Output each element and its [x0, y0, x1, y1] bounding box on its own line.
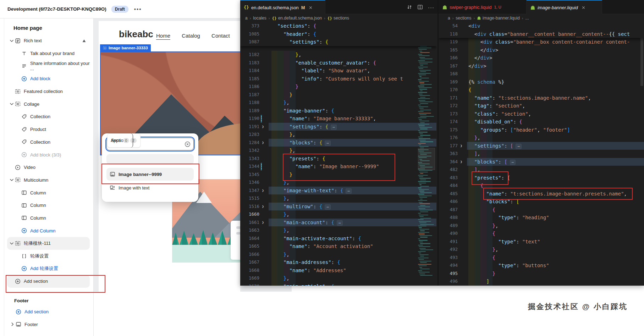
code-line[interactable]: 487 {	[439, 206, 644, 214]
code-line[interactable]: 364❯ "blocks": [⋯	[439, 158, 644, 166]
code-line[interactable]: 495 }	[439, 270, 644, 278]
breadcrumb-item[interactable]: locales	[253, 16, 266, 21]
sidebar-item[interactable]: 轮播模块-111	[7, 237, 90, 250]
code-line[interactable]: 1186 }	[240, 83, 436, 91]
tab-apps[interactable]: Apps 0	[107, 133, 133, 148]
fold-chevron-icon[interactable]: ❯	[460, 158, 462, 166]
code-line[interactable]: 1515 },	[240, 194, 436, 203]
split-editor-icon[interactable]	[417, 4, 423, 10]
folded-region-badge[interactable]: ⋯	[331, 125, 337, 130]
code-line[interactable]: 490 {	[439, 230, 644, 238]
code-line[interactable]: 118 <div class="banner__content banner__…	[439, 30, 644, 38]
tab-swiper-graphic-liquid[interactable]: swiper-graphic.liquid 1, U	[439, 0, 527, 14]
code-line[interactable]: 1660 },	[240, 210, 436, 219]
code-line[interactable]: 485 "name": "t:sections.image-banner.pre…	[439, 190, 644, 198]
code-line[interactable]: 1665 "name": "Account activation"	[240, 242, 436, 250]
code-line[interactable]: 484 {	[439, 182, 644, 190]
code-line[interactable]: 177❯ "settings": [⋯	[439, 142, 644, 150]
code-line[interactable]: 1284❯ "blocks": {⋯	[240, 139, 436, 147]
code-line[interactable]: 1667 "main-addresses": {	[240, 258, 436, 266]
code-line[interactable]: 373 "sections": {	[240, 22, 436, 30]
code-line[interactable]: 54<div	[439, 22, 644, 30]
minimap[interactable]	[418, 22, 435, 286]
folded-region-badge[interactable]: ⋯	[516, 144, 522, 149]
nav-link-home[interactable]: Home	[156, 33, 170, 40]
folded-region-badge[interactable]: ⋯	[337, 220, 343, 226]
compare-changes-icon[interactable]	[407, 4, 412, 10]
code-line[interactable]: 488 "type": "heading"	[439, 214, 644, 222]
code-line[interactable]: 363 ],	[439, 150, 644, 158]
folded-region-badge[interactable]: ⋯	[325, 141, 331, 146]
code-line[interactable]: 1184 "label": "Show avatar",	[240, 67, 436, 75]
sidebar-item[interactable]: Collage	[7, 98, 90, 110]
code-line[interactable]: 1346 },	[240, 178, 436, 187]
code-line[interactable]: 1668 "name": "Addresses"	[240, 266, 436, 275]
folded-region-badge[interactable]: ⋯	[325, 204, 331, 210]
code-line[interactable]: 176 },	[439, 134, 644, 142]
sidebar-item[interactable]: Add block	[7, 72, 90, 85]
code-line[interactable]: 1191❯ "settings": {⋯	[240, 123, 436, 131]
fold-chevron-icon[interactable]: ❯	[262, 187, 264, 195]
search-result[interactable]: Image banner--9999	[106, 168, 194, 181]
sidebar-item[interactable]: Add block (3/3)	[7, 148, 90, 161]
code-line[interactable]: 1661❯ "main-account": {⋯	[240, 219, 436, 227]
code-line[interactable]: 496 ]	[439, 277, 644, 286]
minimap-slider[interactable]	[418, 148, 435, 170]
breadcrumb-item[interactable]: a	[448, 16, 450, 21]
code-line[interactable]: 119 <div class="banner__box content-cont…	[439, 38, 644, 46]
code-line[interactable]: 1345 }	[240, 171, 436, 179]
editor-schema-json[interactable]: 1182 },1183 "enable_customer_avatar": {1…	[240, 22, 436, 286]
sidebar-item[interactable]: Talk about your brand	[7, 47, 90, 60]
fold-chevron-icon[interactable]: ❯	[460, 142, 462, 150]
code-line[interactable]: 1190 "name": "Image banner-33333",	[240, 115, 436, 123]
sidebar-item[interactable]: Add Column	[7, 224, 90, 237]
sidebar-item[interactable]: Column	[7, 186, 90, 199]
more-actions-icon[interactable]: ···	[428, 4, 434, 10]
tab-image-banner-liquid[interactable]: image-banner.liquid	[527, 0, 602, 14]
breadcrumb-item[interactable]: {}sections	[327, 16, 349, 21]
sidebar-item[interactable]: Collection	[7, 110, 90, 123]
breadcrumb-item[interactable]: image-banner.liquid	[477, 16, 520, 21]
code-line[interactable]: 482 ],	[439, 166, 644, 174]
code-line[interactable]: 1283 },	[240, 131, 436, 139]
code-line[interactable]: 483 "presets": [	[439, 174, 644, 182]
code-line[interactable]: 173 "class": "section",	[439, 110, 644, 118]
sidebar-item[interactable]: Footer	[8, 318, 89, 331]
sidebar-item[interactable]: Add 轮播设置	[7, 262, 90, 275]
sidebar-item[interactable]: Add section	[7, 275, 90, 288]
folded-region-badge[interactable]: ⋯	[510, 160, 516, 165]
sidebar-item[interactable]: Video	[7, 161, 90, 174]
close-tab-icon[interactable]	[308, 5, 313, 10]
code-line[interactable]: 1666 },	[240, 250, 436, 259]
code-line[interactable]: 1664 "main-activate-account": {	[240, 235, 436, 243]
code-line[interactable]: 169{% schema %}	[439, 78, 644, 86]
nav-link-catalog[interactable]: Catalog	[182, 33, 200, 39]
chevron-down-icon[interactable]	[9, 240, 15, 247]
editor-image-banner-liquid[interactable]: 119 <div class="banner__box content-cont…	[439, 22, 644, 286]
code-line[interactable]: 1663 },	[240, 226, 436, 235]
chevron-down-icon[interactable]	[9, 101, 15, 107]
tab-en-default-schema-json[interactable]: {} en.default.schema.json M	[240, 0, 325, 14]
sidebar-item[interactable]: Product	[7, 123, 90, 136]
code-line[interactable]: 1189 "image-banner": {	[240, 107, 436, 115]
code-line[interactable]: 1342 },	[240, 147, 436, 155]
sidebar-item[interactable]: Add section	[8, 305, 89, 318]
code-line[interactable]: 1182 },	[240, 51, 436, 59]
sidebar-item[interactable]: Column	[7, 199, 90, 212]
code-line[interactable]: 1516❯ "multirow": {⋯	[240, 203, 436, 211]
sidebar-item[interactable]: Share information about your ...	[7, 60, 90, 72]
code-line[interactable]: 1344 "name": "Image banner--9999"	[240, 163, 436, 171]
breadcrumb-item[interactable]: {}en.default.schema.json	[272, 16, 322, 21]
code-line[interactable]: 1343 "presets": {	[240, 155, 436, 163]
fold-chevron-icon[interactable]: ❯	[262, 203, 264, 211]
clear-search-icon[interactable]	[185, 141, 191, 147]
store-logo[interactable]: bikeabc	[119, 29, 153, 40]
code-line[interactable]: 1669 },	[240, 274, 436, 282]
fold-chevron-icon[interactable]: ❯	[262, 139, 264, 147]
chevron-down-icon[interactable]	[9, 38, 15, 44]
code-line[interactable]: 171 "name": "t:sections.image-banner.nam…	[439, 94, 644, 102]
code-line[interactable]: 174 "disabled_on": {	[439, 118, 644, 126]
code-line[interactable]: 1670 "main-article": {	[240, 282, 436, 286]
code-line[interactable]: 165 </div>	[439, 46, 644, 54]
folded-region-badge[interactable]: ⋯	[346, 188, 352, 194]
